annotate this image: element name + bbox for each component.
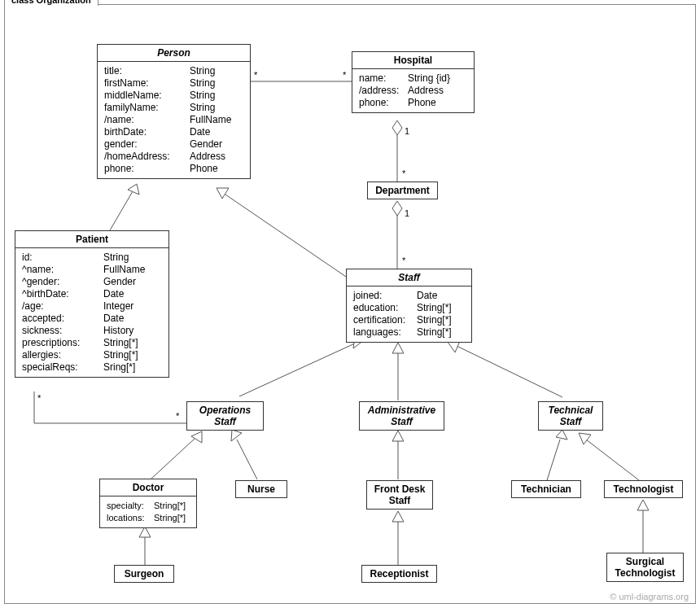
multiplicity: 1 [405,126,409,136]
class-person: Person title:StringfirstName:Stringmiddl… [97,44,251,179]
multiplicity: * [402,256,405,265]
class-attributes: id:String^name:FullName^gender:Gender^bi… [15,248,168,377]
multiplicity: * [343,70,346,80]
class-technologist: Technologist [604,480,683,498]
class-title: Department [368,182,437,199]
class-nurse: Nurse [235,480,287,498]
class-title: AdministrativeStaff [360,402,444,430]
multiplicity: * [402,168,405,178]
multiplicity: * [37,393,41,403]
class-surgical-technologist: SurgicalTechnologist [606,553,684,582]
class-title: TechnicalStaff [539,402,602,430]
watermark: © uml-diagrams.org [610,592,689,601]
class-technical-staff: TechnicalStaff [538,401,603,431]
class-title: Hospital [352,52,474,69]
frame-title: class Organization [4,0,98,6]
class-title: SurgicalTechnologist [607,553,683,581]
class-operations-staff: OperationsStaff [186,401,264,431]
multiplicity: * [176,411,179,421]
class-title: Doctor [100,479,196,496]
class-receptionist: Receptionist [361,565,437,583]
class-doctor: Doctor specialty:String[*]locations:Stri… [99,479,197,528]
class-title: Receptionist [362,566,436,582]
class-surgeon: Surgeon [114,565,174,583]
class-patient: Patient id:String^name:FullName^gender:G… [15,230,169,378]
class-staff: Staff joined:Dateeducation:String[*]cert… [346,269,472,343]
class-title: Technician [512,481,580,497]
class-title: Front DeskStaff [367,481,432,509]
class-title: OperationsStaff [187,402,263,430]
class-title: Patient [15,231,168,248]
class-administrative-staff: AdministrativeStaff [359,401,444,431]
multiplicity: * [254,70,257,80]
class-department: Department [367,182,438,199]
class-title: Technologist [605,481,682,497]
class-hospital: Hospital name:String {id}/address:Addres… [352,51,475,113]
class-technician: Technician [511,480,581,498]
class-front-desk-staff: Front DeskStaff [366,480,433,510]
class-attributes: name:String {id}/address:Addressphone:Ph… [352,69,474,112]
class-attributes: title:StringfirstName:StringmiddleName:S… [98,62,250,178]
class-attributes: joined:Dateeducation:String[*]certificat… [347,287,471,342]
class-attributes: specialty:String[*]locations:String[*] [100,496,196,527]
class-title: Staff [347,269,471,287]
class-title: Person [98,45,250,62]
class-title: Nurse [236,481,287,497]
multiplicity: 1 [405,208,409,218]
class-title: Surgeon [115,566,173,582]
